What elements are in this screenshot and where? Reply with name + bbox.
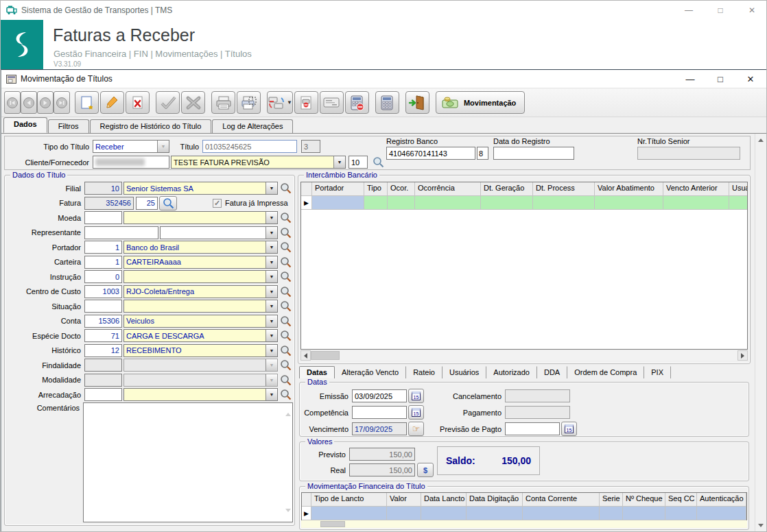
scroll-down-icon[interactable] [285, 512, 291, 520]
detail-tab-ordem-de-compra[interactable]: Ordem de Compra [567, 366, 644, 378]
print-preview-button[interactable] [237, 91, 261, 114]
instru-o-combo[interactable]: ▼ [123, 270, 278, 283]
data-registro-input[interactable] [493, 147, 574, 160]
carteira-code-input[interactable]: 1 [84, 256, 122, 269]
grid-cell[interactable] [311, 507, 387, 520]
cancel-button[interactable] [181, 91, 205, 114]
titulo-input[interactable]: 01035245625 [202, 140, 297, 153]
cancel-print-button[interactable] [294, 91, 318, 114]
nav-first-button[interactable] [4, 91, 21, 114]
search-icon[interactable] [278, 330, 293, 341]
scroll-up-icon[interactable] [285, 404, 291, 413]
search-icon[interactable] [278, 300, 293, 312]
cliente-codigo-input[interactable] [93, 156, 169, 169]
grid-cell[interactable] [595, 196, 663, 210]
previsao-calendar-button[interactable]: 15 [561, 422, 577, 436]
instru-o-code-input[interactable]: 0 [84, 270, 122, 283]
cheque-button[interactable] [320, 91, 344, 114]
confirm-button[interactable] [156, 91, 180, 114]
detail-tab-altera-o-vencto[interactable]: Alteração Vencto [335, 366, 406, 378]
search-icon[interactable] [278, 241, 293, 253]
exit-button[interactable] [405, 91, 429, 114]
conta-code-input[interactable]: 15306 [84, 315, 122, 328]
scroll-up-icon[interactable] [755, 134, 766, 145]
grid-cell[interactable] [387, 507, 421, 520]
new-record-button[interactable] [75, 91, 99, 114]
nav-prev-button[interactable] [21, 91, 37, 114]
arrecada-o-combo[interactable]: ▼ [123, 388, 278, 401]
search-icon[interactable] [278, 286, 293, 298]
moeda-code-input[interactable] [84, 211, 122, 224]
fatura-parcela-input[interactable]: 25 [136, 197, 158, 210]
representante-code-input[interactable] [84, 226, 158, 239]
titulo-seq-field[interactable]: 3 [301, 140, 320, 153]
hist-rico-code-input[interactable]: 12 [84, 344, 122, 357]
grid-cell[interactable] [481, 196, 533, 210]
scroll-down-icon[interactable] [755, 520, 766, 531]
grid-cell[interactable] [312, 196, 364, 210]
scrollbar-thumb[interactable] [320, 521, 345, 527]
conta-combo[interactable]: Veiculos▼ [123, 315, 278, 328]
intercambio-grid-row[interactable]: ▶ [301, 196, 747, 210]
centro-de-custo-code-input[interactable]: 1003 [84, 285, 122, 298]
hist-rico-combo[interactable]: RECEBIMENTO▼ [123, 344, 278, 357]
fatura-impressa-checkbox[interactable]: ✓ [213, 199, 222, 208]
detail-tab-autorizado[interactable]: Autorizado [486, 366, 537, 378]
row-indicator-icon[interactable]: ▶ [302, 507, 311, 520]
arrecada-o-code-input[interactable] [84, 388, 122, 401]
grid-cell[interactable] [663, 196, 729, 210]
inner-close-button[interactable]: ✕ [735, 70, 766, 88]
centro-de-custo-combo[interactable]: RJO-Coleta/Entrega▼ [123, 285, 278, 298]
edit-record-button[interactable] [100, 91, 124, 114]
outer-close-button[interactable]: ✕ [736, 1, 767, 20]
tab-filtros[interactable]: Filtros [48, 119, 89, 133]
search-icon[interactable] [278, 374, 293, 386]
portador-combo[interactable]: Banco do Brasil▼ [123, 241, 278, 254]
tab-dados[interactable]: Dados [3, 117, 47, 133]
grid-cell[interactable] [729, 196, 748, 210]
search-icon[interactable] [278, 389, 293, 400]
cliente-search-icon[interactable] [370, 156, 386, 168]
mov-financeira-grid-row[interactable]: ▶ [302, 507, 746, 520]
calculator-button[interactable] [375, 91, 399, 114]
search-icon[interactable] [278, 345, 293, 356]
outer-minimize-button[interactable]: — [673, 1, 705, 20]
inner-maximize-button[interactable]: □ [705, 70, 735, 88]
search-icon[interactable] [278, 359, 293, 371]
grid-cell[interactable] [665, 507, 697, 520]
movimentacao-button[interactable]: Movimentação [436, 91, 525, 114]
grid-cell[interactable] [600, 507, 623, 520]
grid-cell[interactable] [467, 507, 523, 520]
filial-code-input[interactable]: 10 [84, 182, 122, 195]
emissao-input[interactable]: 03/09/2025 [352, 389, 407, 402]
situa-o-code-input[interactable] [84, 300, 122, 313]
detail-tab-pix[interactable]: PIX [644, 366, 671, 378]
tab-registro-de-hist-rico-do-t-tulo[interactable]: Registro de Histórico do Título [90, 119, 212, 133]
money-dollar-button[interactable]: $ [417, 463, 434, 477]
registro-banco-digito-field[interactable]: 8 [477, 147, 488, 160]
search-icon[interactable] [278, 271, 293, 282]
registro-banco-input[interactable]: 41046670141143 [386, 147, 475, 160]
grid-cell[interactable] [364, 196, 388, 210]
grid-cell[interactable] [523, 507, 600, 520]
detail-tab-usu-rios[interactable]: Usuários [442, 366, 486, 378]
cliente-nome-combo[interactable]: TESTE FATURA PREVISÃO ▼ [171, 156, 346, 169]
portador-code-input[interactable]: 1 [84, 241, 122, 254]
situa-o-combo[interactable]: ▼ [123, 300, 278, 313]
competencia-input[interactable] [352, 406, 407, 419]
search-icon[interactable] [278, 182, 293, 194]
row-indicator-icon[interactable]: ▶ [301, 196, 312, 210]
tipo-titulo-select[interactable]: Receber ▼ [93, 140, 169, 153]
competencia-calendar-button[interactable]: 15 [408, 405, 424, 420]
search-icon[interactable] [278, 256, 293, 268]
search-icon[interactable] [278, 227, 293, 239]
grid-cell[interactable] [415, 196, 481, 210]
representante-combo[interactable]: ▼ [160, 226, 278, 239]
previsao-pagto-input[interactable] [505, 422, 560, 435]
inner-minimize-button[interactable]: — [675, 70, 705, 88]
print-options-button[interactable]: ▼ [267, 91, 293, 114]
nav-last-button[interactable] [54, 91, 70, 114]
outer-maximize-button[interactable]: □ [705, 1, 736, 20]
fatura-search-button[interactable] [159, 196, 177, 210]
mov-financeira-hscrollbar[interactable] [301, 520, 747, 528]
